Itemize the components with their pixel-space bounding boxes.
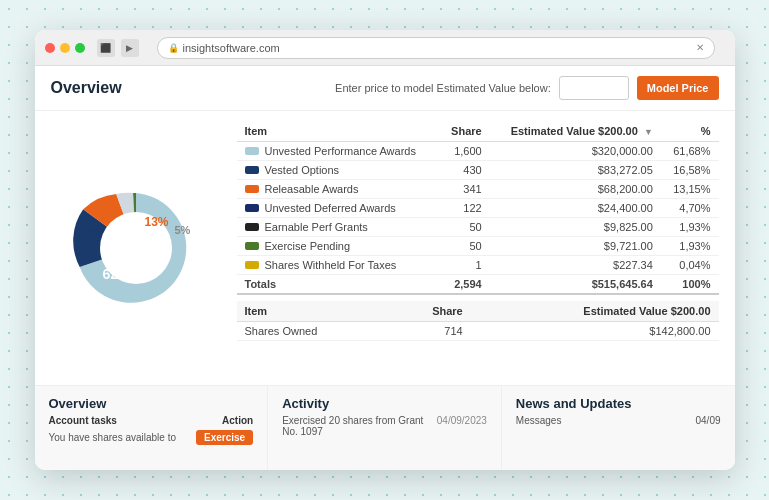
label-5: 5% — [175, 224, 191, 236]
col-share: Share — [439, 121, 489, 142]
row-pct: 4,70% — [661, 199, 719, 218]
color-swatch — [245, 242, 259, 250]
overview-panel: Overview Account tasks Action You have s… — [35, 386, 269, 470]
row-pct: 16,58% — [661, 161, 719, 180]
news-panel: News and Updates Messages 04/09 — [502, 386, 735, 470]
second-table: Item Share Estimated Value $200.00 Share… — [237, 301, 719, 341]
header-right: Enter price to model Estimated Value bel… — [335, 76, 718, 100]
bottom-panels: Overview Account tasks Action You have s… — [35, 385, 735, 470]
activity-panel: Activity Exercised 20 shares from Grant … — [268, 386, 502, 470]
price-input[interactable] — [559, 76, 629, 100]
minimize-dot[interactable] — [60, 43, 70, 53]
row2-value: $142,800.00 — [471, 322, 719, 341]
col-item: Item — [237, 121, 440, 142]
sort-icon[interactable]: ▼ — [644, 127, 653, 137]
totals-row: Totals 2,594 $515,645.64 100% — [237, 275, 719, 295]
activity-entry: Exercised 20 shares from Grant No. 1097 … — [282, 415, 487, 437]
table-row: Earnable Perf Grants 50 $9,825.00 1,93% — [237, 218, 719, 237]
browser-window: ⬛ ▶ 🔒 insightsoftware.com ✕ Overview Ent… — [35, 30, 735, 470]
totals-label: Totals — [237, 275, 440, 295]
label-13: 13% — [145, 215, 169, 229]
color-swatch — [245, 204, 259, 212]
totals-pct: 100% — [661, 275, 719, 295]
chart-area: 17% 13% 5% 62% — [51, 121, 221, 375]
table-row: Unvested Performance Awards 1,600 $320,0… — [237, 142, 719, 161]
window-controls — [45, 43, 85, 53]
url-text: insightsoftware.com — [183, 42, 280, 54]
forward-button[interactable]: ▶ — [121, 39, 139, 57]
color-swatch — [245, 261, 259, 269]
row-share: 50 — [439, 218, 489, 237]
color-swatch — [245, 166, 259, 174]
row2-share: 714 — [390, 322, 471, 341]
col2-share: Share — [390, 301, 471, 322]
refresh-icon[interactable]: ✕ — [696, 42, 704, 53]
activity-panel-title: Activity — [282, 396, 487, 411]
row-pct: 0,04% — [661, 256, 719, 275]
page-title: Overview — [51, 79, 122, 97]
row-pct: 1,93% — [661, 237, 719, 256]
messages-label: Messages — [516, 415, 562, 426]
main-area: 17% 13% 5% 62% Item Share Estimated Valu… — [35, 111, 735, 385]
table-row: Shares Withheld For Taxes 1 $227.34 0,04… — [237, 256, 719, 275]
donut-svg — [61, 173, 211, 323]
back-button[interactable]: ⬛ — [97, 39, 115, 57]
label-17: 17% — [79, 226, 103, 240]
row-item: Shares Withheld For Taxes — [237, 256, 440, 275]
row-item: Releasable Awards — [237, 180, 440, 199]
model-price-button[interactable]: Model Price — [637, 76, 719, 100]
table-row: Unvested Deferred Awards 122 $24,400.00 … — [237, 199, 719, 218]
maximize-dot[interactable] — [75, 43, 85, 53]
col2-item: Item — [237, 301, 391, 322]
row-share: 1,600 — [439, 142, 489, 161]
col-value: Estimated Value $200.00 ▼ — [490, 121, 661, 142]
row-share: 430 — [439, 161, 489, 180]
row-share: 122 — [439, 199, 489, 218]
col2-value: Estimated Value $200.00 — [471, 301, 719, 322]
row-value: $68,200.00 — [490, 180, 661, 199]
messages-row: Messages 04/09 — [516, 415, 721, 426]
col-pct: % — [661, 121, 719, 142]
table-row: Vested Options 430 $83,272.05 16,58% — [237, 161, 719, 180]
row-pct: 1,93% — [661, 218, 719, 237]
activity-text: Exercised 20 shares from Grant No. 1097 — [282, 415, 429, 437]
app-content: Overview Enter price to model Estimated … — [35, 66, 735, 470]
row-share: 341 — [439, 180, 489, 199]
exercise-button[interactable]: Exercise — [196, 430, 253, 445]
row-value: $9,721.00 — [490, 237, 661, 256]
main-table: Item Share Estimated Value $200.00 ▼ % U… — [237, 121, 719, 295]
row-share: 50 — [439, 237, 489, 256]
row2-item: Shares Owned — [237, 322, 391, 341]
donut-chart: 17% 13% 5% 62% — [61, 173, 211, 323]
row-value: $9,825.00 — [490, 218, 661, 237]
account-tasks-label: Account tasks — [49, 415, 117, 426]
color-swatch — [245, 185, 259, 193]
shares-available-text: You have shares available to — [49, 432, 177, 443]
url-bar[interactable]: 🔒 insightsoftware.com ✕ — [157, 37, 715, 59]
action-label: Action — [222, 415, 253, 426]
row-value: $83,272.05 — [490, 161, 661, 180]
row-item: Unvested Deferred Awards — [237, 199, 440, 218]
overview-subtitle: Account tasks Action — [49, 415, 254, 426]
row-share: 1 — [439, 256, 489, 275]
row-pct: 61,68% — [661, 142, 719, 161]
overview-panel-title: Overview — [49, 396, 254, 411]
row-value: $24,400.00 — [490, 199, 661, 218]
row-item: Earnable Perf Grants — [237, 218, 440, 237]
row-item: Vested Options — [237, 161, 440, 180]
price-label: Enter price to model Estimated Value bel… — [335, 82, 551, 94]
close-dot[interactable] — [45, 43, 55, 53]
totals-value: $515,645.64 — [490, 275, 661, 295]
news-panel-title: News and Updates — [516, 396, 721, 411]
activity-date: 04/09/2023 — [437, 415, 487, 437]
color-swatch — [245, 147, 259, 155]
table-row: Exercise Pending 50 $9,721.00 1,93% — [237, 237, 719, 256]
table-row: Releasable Awards 341 $68,200.00 13,15% — [237, 180, 719, 199]
overview-row: You have shares available to Exercise — [49, 430, 254, 445]
totals-share: 2,594 — [439, 275, 489, 295]
row-item: Unvested Performance Awards — [237, 142, 440, 161]
browser-bar: ⬛ ▶ 🔒 insightsoftware.com ✕ — [35, 30, 735, 66]
table-row: Shares Owned 714 $142,800.00 — [237, 322, 719, 341]
row-value: $227.34 — [490, 256, 661, 275]
row-value: $320,000.00 — [490, 142, 661, 161]
